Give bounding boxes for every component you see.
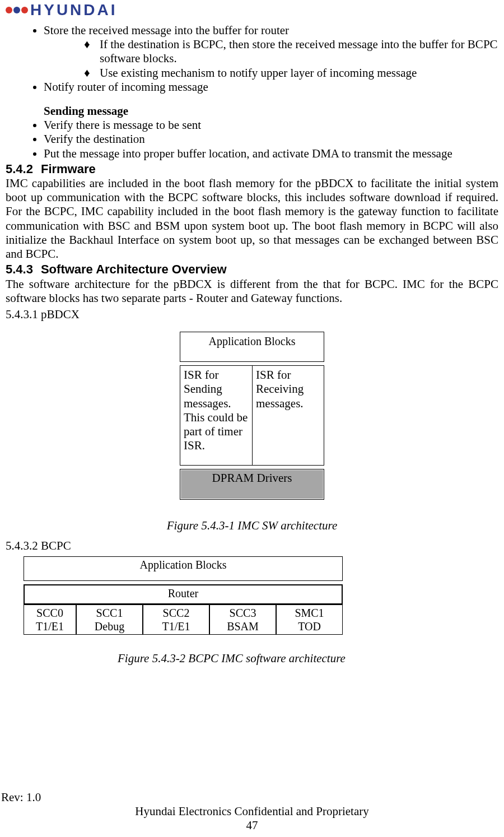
list-item: Verify there is message to be sent bbox=[44, 118, 498, 132]
list-item: Put the message into proper buffer locat… bbox=[44, 147, 498, 161]
logo-dot-left bbox=[6, 7, 12, 13]
bullet-text: Store the received message into the buff… bbox=[44, 24, 289, 37]
diagram-cell-scc0: SCC0 T1/E1 bbox=[24, 604, 76, 635]
footer-page-number: 47 bbox=[0, 819, 504, 833]
diagram-cell-smc1: SMC1 TOD bbox=[276, 604, 343, 635]
diagram-bcpc: Application Blocks Router SCC0 T1/E1 SCC… bbox=[24, 556, 343, 635]
cell-line2: TOD bbox=[298, 620, 321, 633]
bullet-text: Verify there is message to be sent bbox=[44, 118, 201, 132]
logo-dot-mid bbox=[13, 7, 20, 13]
logo-dots bbox=[6, 7, 28, 13]
list-item: Store the received message into the buff… bbox=[44, 24, 498, 80]
diagram-box-application: Application Blocks bbox=[180, 332, 324, 362]
diamond-text: Use existing mechanism to notify upper l… bbox=[100, 66, 417, 80]
heading-5-4-2: 5.4.2Firmware bbox=[6, 162, 498, 176]
list-item: Verify the destination bbox=[44, 132, 498, 146]
footer-revision: Rev: 1.0 bbox=[0, 790, 504, 805]
cell-line2: Debug bbox=[95, 620, 124, 633]
receiving-list: Store the received message into the buff… bbox=[6, 24, 498, 94]
heading-title: Software Architecture Overview bbox=[41, 262, 227, 276]
cell-line2: T1/E1 bbox=[162, 620, 190, 633]
diagram-box-isr-send: ISR for Sending messages. This could be … bbox=[180, 365, 252, 466]
cell-line1: SCC1 bbox=[96, 607, 123, 619]
body-content: Store the received message into the buff… bbox=[6, 24, 498, 666]
diagram-pbdcx: Application Blocks ISR for Sending messa… bbox=[180, 332, 324, 500]
diagram-box-isr-recv: ISR for Receiving messages. bbox=[252, 365, 324, 466]
logo-text: HYUNDAI bbox=[30, 1, 118, 19]
heading-number: 5.4.2 bbox=[6, 162, 33, 176]
cell-line2: BSAM bbox=[227, 620, 259, 633]
diagram-row-router: Router bbox=[24, 584, 343, 604]
figure-caption-2: Figure 5.4.3-2 BCPC IMC software archite… bbox=[6, 652, 498, 666]
diagram-cell-scc3: SCC3 BSAM bbox=[209, 604, 276, 635]
page-footer: Rev: 1.0 Hyundai Electronics Confidentia… bbox=[0, 790, 504, 833]
diamond-text: If the destination is BCPC, then store t… bbox=[100, 38, 498, 65]
cell-line1: SCC3 bbox=[230, 607, 256, 619]
logo-dot-right bbox=[21, 7, 28, 13]
bullet-text: Notify router of incoming message bbox=[44, 80, 208, 94]
header-logo: HYUNDAI bbox=[6, 0, 498, 19]
diagram-box-application: Application Blocks bbox=[24, 556, 343, 581]
diagram-cell-scc2: SCC2 T1/E1 bbox=[143, 604, 209, 635]
diagram-row-isr: ISR for Sending messages. This could be … bbox=[180, 365, 324, 466]
list-item: Notify router of incoming message bbox=[44, 80, 498, 94]
diagram-cell-scc1: SCC1 Debug bbox=[76, 604, 143, 635]
heading-5-4-3-2: 5.4.3.2 BCPC bbox=[6, 539, 498, 553]
cell-line1: SCC2 bbox=[163, 607, 190, 619]
diagram-row-channels: SCC0 T1/E1 SCC1 Debug SCC2 T1/E1 SCC3 BS… bbox=[24, 604, 343, 635]
cell-line1: SCC0 bbox=[36, 607, 63, 619]
heading-5-4-3-1: 5.4.3.1 pBDCX bbox=[6, 308, 498, 322]
cell-line1: SMC1 bbox=[295, 607, 324, 619]
sending-heading: Sending message bbox=[6, 104, 498, 118]
footer-confidential: Hyundai Electronics Confidential and Pro… bbox=[0, 805, 504, 819]
receiving-sublist: If the destination is BCPC, then store t… bbox=[44, 38, 498, 80]
heading-title: Firmware bbox=[41, 162, 96, 176]
diagram-box-dpram: DPRAM Drivers bbox=[180, 469, 324, 499]
bullet-text: Verify the destination bbox=[44, 132, 145, 146]
diagram-box-router: Router bbox=[24, 585, 342, 604]
figure-caption-1: Figure 5.4.3-1 IMC SW architecture bbox=[6, 519, 498, 533]
bullet-text: Put the message into proper buffer locat… bbox=[44, 147, 452, 160]
list-item: Use existing mechanism to notify upper l… bbox=[100, 66, 498, 80]
list-item: If the destination is BCPC, then store t… bbox=[100, 38, 498, 66]
heading-5-4-3: 5.4.3Software Architecture Overview bbox=[6, 262, 498, 277]
heading-number: 5.4.3 bbox=[6, 262, 33, 276]
diagram-row-app: Application Blocks bbox=[24, 556, 343, 581]
diagram-box-dpram-outer: DPRAM Drivers bbox=[180, 469, 324, 500]
page: HYUNDAI Store the received message into … bbox=[0, 0, 504, 837]
paragraph-5-4-3: The software architecture for the pBDCX … bbox=[6, 277, 498, 305]
cell-line2: T1/E1 bbox=[36, 620, 64, 633]
sending-list: Verify there is message to be sent Verif… bbox=[6, 118, 498, 161]
paragraph-5-4-2: IMC capabilities are included in the boo… bbox=[6, 176, 498, 261]
